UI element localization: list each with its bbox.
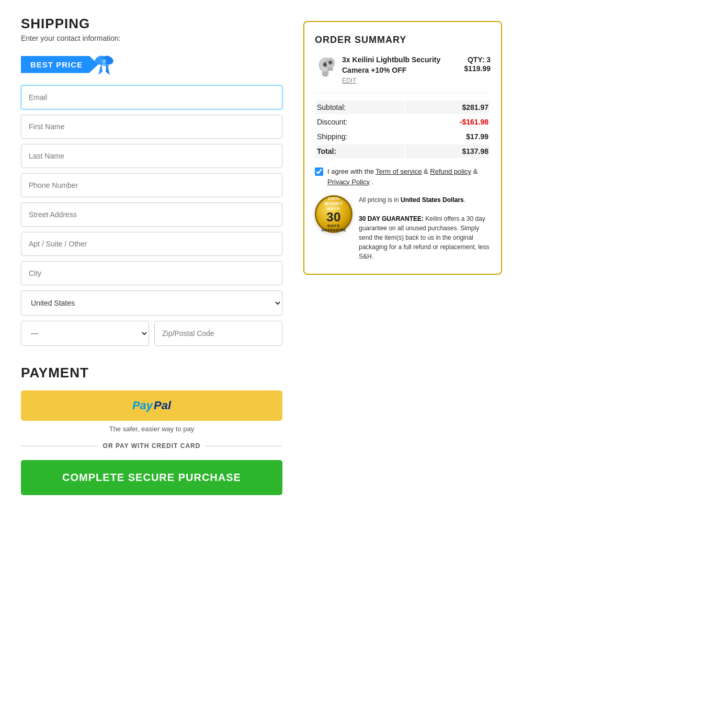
state-zip-row: --- Alabama Alaska Arizona California Co… (21, 321, 282, 346)
left-column: SHIPPING Enter your contact information:… (21, 16, 282, 495)
svg-rect-8 (323, 75, 327, 76)
first-name-input[interactable] (21, 115, 282, 139)
shipping-row: Shipping: $17.99 (316, 130, 490, 143)
total-label: Total: (316, 144, 404, 158)
phone-input[interactable] (21, 173, 282, 197)
badge-days: DAYS (327, 223, 340, 228)
subtotal-label: Subtotal: (316, 100, 404, 114)
divider-left (21, 446, 98, 446)
complete-purchase-button[interactable]: COMPLETE SECURE PURCHASE (21, 460, 282, 495)
best-price-label: BEST PRICE (21, 56, 98, 73)
product-qty-price: QTY: 3 $119.99 (449, 55, 491, 73)
svg-point-3 (102, 59, 106, 63)
badge-30-days: 30 (326, 211, 341, 223)
product-price: $119.99 (449, 64, 491, 73)
shipping-value: $17.99 (405, 130, 490, 143)
total-value: $137.98 (405, 144, 490, 158)
badge-100: 100% (328, 196, 339, 201)
svg-rect-7 (322, 72, 328, 75)
shipping-label: Shipping: (316, 130, 404, 143)
product-qty: QTY: 3 (468, 55, 491, 64)
paypal-button[interactable]: PayPal (21, 390, 282, 421)
divider-right (206, 446, 282, 446)
terms-link[interactable]: Term of service (376, 167, 422, 175)
guarantee-badge: 100% MONEY BACK 30 DAYS GUARANTEE (315, 195, 352, 233)
total-row: Total: $137.98 (316, 144, 490, 158)
order-summary-title: ORDER SUMMARY (315, 35, 491, 46)
right-column: ORDER SUMMARY (303, 16, 502, 495)
discount-row: Discount: -$161.98 (316, 115, 490, 129)
guarantee-text: All pricing is in United States Dollars.… (359, 195, 491, 261)
discount-value: -$161.98 (405, 115, 490, 129)
paypal-pay-label: Pay (132, 399, 153, 412)
guarantee-title: 30 DAY GUARANTEE: (359, 215, 424, 222)
subtotal-value: $281.97 (405, 100, 490, 114)
shipping-form: United States Canada United Kingdom Aust… (21, 85, 282, 346)
pricing-text2: . (464, 196, 465, 204)
pricing-text1: All pricing is in (359, 196, 401, 204)
paypal-safer-text: The safer, easier way to pay (21, 425, 282, 433)
product-details: 3x Keilini Lightbulb Security Camera +10… (342, 55, 442, 84)
badge-guarantee: GUARANTEE (321, 228, 346, 232)
privacy-link[interactable]: Privacy Policy (327, 178, 370, 186)
payment-title: PAYMENT (21, 365, 282, 381)
email-input[interactable] (21, 85, 282, 109)
badge-circle: 100% MONEY BACK 30 DAYS GUARANTEE (315, 195, 352, 233)
payment-section: PAYMENT PayPal The safer, easier way to … (21, 365, 282, 495)
paypal-pal-label: Pal (154, 399, 171, 412)
product-icon (315, 55, 336, 81)
edit-link[interactable]: EDIT (342, 77, 442, 84)
apt-suite-input[interactable] (21, 232, 282, 256)
shipping-title: SHIPPING (21, 16, 282, 32)
badge-money: MONEY (324, 201, 343, 206)
product-row: 3x Keilini Lightbulb Security Camera +10… (315, 55, 491, 84)
guarantee-row: 100% MONEY BACK 30 DAYS GUARANTEE All pr… (315, 195, 491, 261)
product-name: 3x Keilini Lightbulb Security Camera +10… (342, 55, 440, 74)
svg-rect-12 (328, 68, 333, 71)
city-input[interactable] (21, 261, 282, 285)
subtotal-row: Subtotal: $281.97 (316, 100, 490, 114)
shipping-subtitle: Enter your contact information: (21, 34, 282, 42)
totals-table: Subtotal: $281.97 Discount: -$161.98 Shi… (315, 93, 491, 159)
street-address-input[interactable] (21, 203, 282, 227)
terms-checkbox[interactable] (315, 167, 323, 176)
divider-label: OR PAY WITH CREDIT CARD (103, 442, 201, 450)
divider-row: OR PAY WITH CREDIT CARD (21, 442, 282, 450)
zip-input[interactable] (154, 321, 282, 346)
refund-link[interactable]: Refund policy (430, 167, 471, 175)
svg-point-14 (329, 62, 332, 64)
last-name-input[interactable] (21, 144, 282, 168)
discount-label: Discount: (316, 115, 404, 129)
order-summary-box: ORDER SUMMARY (303, 21, 502, 275)
agree-row: I agree with the Term of service & Refun… (315, 166, 491, 187)
agree-text: I agree with the Term of service & Refun… (327, 166, 491, 187)
best-price-banner: BEST PRICE (21, 51, 282, 78)
lightbulb-camera-svg (315, 55, 336, 81)
pricing-bold: United States Dollars (401, 196, 464, 204)
state-select[interactable]: --- Alabama Alaska Arizona California Co… (21, 321, 149, 346)
country-select[interactable]: United States Canada United Kingdom Aust… (21, 290, 282, 316)
